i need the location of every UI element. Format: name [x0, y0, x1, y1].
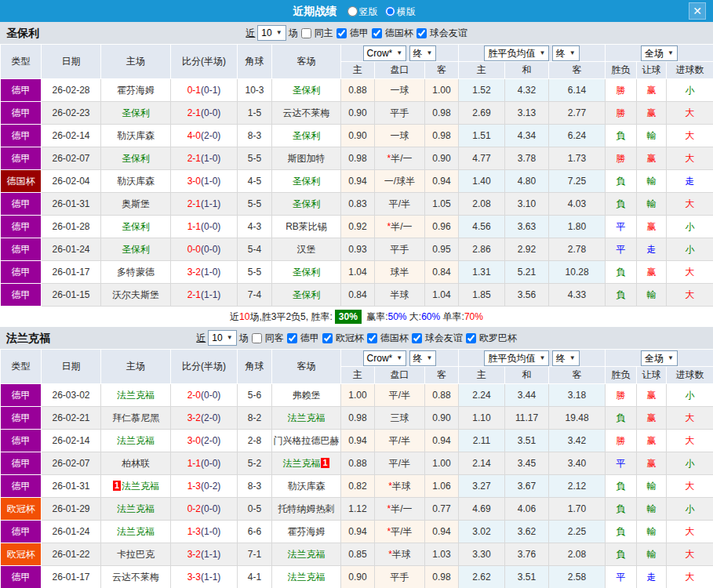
away-team: 法兰克福 [272, 566, 341, 588]
chevron-down-icon: ▼ [668, 352, 674, 365]
half-score: (0-2) [201, 481, 220, 492]
horizontal-radio[interactable] [385, 6, 395, 16]
wdl-avg-select-value: 胜平负均值 [488, 47, 535, 60]
col-ah-line: 盘口 [375, 62, 425, 79]
ah-line: *半球 [375, 543, 425, 566]
half-score: (0-0) [201, 390, 220, 401]
table-row: 德甲 26-01-31 1法兰克福 1-3(0-2) 8-3 勒沃库森 0.82… [1, 475, 713, 498]
eu-draw-odds: 3.76 [505, 543, 549, 566]
star-mark: * [388, 481, 392, 492]
away-team: 法兰克福1 [272, 452, 341, 475]
result-handicap: 輸 [637, 170, 667, 193]
star-mark: * [388, 549, 392, 560]
col-score: 比分(半场) [171, 45, 238, 79]
eu-odds-group: 胜平负均值▼ 终▼ [459, 350, 606, 367]
recent-count-select[interactable]: 10▼ [257, 25, 286, 41]
half-score: (1-0) [201, 526, 220, 537]
league-filter-checkbox[interactable] [287, 333, 297, 343]
away-team: 托特纳姆热刺 [272, 498, 341, 521]
ah-home-odds: 1.04 [341, 261, 375, 284]
home-team: 卡拉巴克 [101, 543, 171, 566]
ah-line: 平手 [375, 102, 425, 125]
col-home: 主场 [101, 45, 171, 79]
ah-home-odds: 0.82 [341, 475, 375, 498]
result-handicap: 輸 [637, 543, 667, 566]
col-goals: 进球数 [667, 367, 713, 384]
summary-text: 60% [421, 311, 440, 322]
wdl-avg-select[interactable]: 胜平负均值▼ [484, 45, 549, 61]
vertical-radio[interactable] [347, 6, 358, 16]
scope-select[interactable]: 全场▼ [641, 45, 678, 61]
eu-draw-odds: 3.51 [505, 430, 549, 452]
league-filter-label: 欧罗巴杯 [479, 332, 517, 345]
full-score: 1-1 [187, 458, 201, 469]
ah-home-odds: 0.94 [341, 430, 375, 452]
home-team: 勒沃库森 [101, 125, 171, 147]
eu-away-odds: 2.78 [549, 238, 606, 261]
league-cell: 德甲 [1, 430, 42, 452]
same-venue-checkbox[interactable] [252, 333, 262, 343]
title-wrap: 近期战绩 竖版 横版 [0, 0, 713, 23]
score-cell: 1-1(0-0) [171, 216, 238, 238]
result-handicap: 赢 [637, 261, 667, 284]
match-date: 26-01-17 [42, 566, 101, 588]
table-row: 德甲 26-02-14 法兰克福 3-0(2-0) 2-8 门兴格拉德巴赫 0.… [1, 430, 713, 452]
recent-count-select[interactable]: 10▼ [208, 330, 236, 346]
score-cell: 0-1(0-1) [171, 79, 238, 102]
corner-score: 4-5 [238, 170, 272, 193]
away-team: RB莱比锡 [272, 216, 341, 238]
table-row: 德甲 26-01-28 圣保利 1-1(0-0) 4-3 RB莱比锡 0.92 … [1, 216, 713, 238]
score-cell: 2-1(0-0) [171, 102, 238, 125]
league-filter-checkbox[interactable] [466, 333, 476, 343]
ah-final-select[interactable]: 终▼ [409, 45, 437, 61]
close-button[interactable]: ✕ [689, 2, 706, 20]
chevron-down-icon: ▼ [668, 47, 674, 60]
eu-final-select[interactable]: 终▼ [552, 45, 580, 61]
chevron-down-icon: ▼ [569, 47, 576, 60]
col-date: 日期 [42, 45, 101, 79]
ah-away-odds: 1.05 [425, 193, 459, 216]
result-handicap: 輸 [637, 475, 667, 498]
eu-home-odds: 3.30 [459, 543, 505, 566]
chevron-down-icon: ▼ [569, 352, 576, 365]
match-date: 26-02-21 [42, 407, 101, 430]
ah-final-select[interactable]: 终▼ [409, 350, 437, 366]
match-date: 26-02-07 [42, 147, 101, 170]
layout-horizontal-option[interactable]: 横版 [385, 6, 416, 17]
score-cell: 3-3(1-1) [171, 566, 238, 588]
away-team: 门兴格拉德巴赫 [272, 430, 341, 452]
wdl-avg-select[interactable]: 胜平负均值▼ [484, 350, 549, 366]
league-filter-checkbox[interactable] [322, 333, 333, 343]
league-filter-checkbox[interactable] [417, 28, 427, 38]
layout-vertical-option[interactable]: 竖版 [347, 6, 378, 17]
score-cell: 3-0(2-0) [171, 430, 238, 452]
wdl-avg-select-value: 胜平负均值 [488, 352, 535, 365]
league-filter-checkbox[interactable] [412, 333, 422, 343]
eu-odds-group: 胜平负均值▼ 终▼ [459, 45, 606, 62]
ah-away-odds: 0.90 [425, 147, 459, 170]
league-filter-checkbox[interactable] [367, 333, 377, 343]
summary-text: 大: [407, 311, 422, 322]
league-filter-label: 欧冠杯 [336, 332, 364, 345]
scope-select[interactable]: 全场▼ [641, 350, 678, 366]
company-select[interactable]: Crow*▼ [363, 350, 407, 366]
ah-line: 一球 [375, 125, 425, 147]
same-venue-checkbox[interactable] [301, 28, 311, 38]
ah-away-odds: 0.84 [425, 261, 459, 284]
result-handicap: 輸 [637, 521, 667, 543]
result-goals: 小 [667, 238, 713, 261]
score-cell: 3-0(1-0) [171, 170, 238, 193]
eu-draw-odds: 3.44 [505, 384, 549, 407]
league-cell: 德甲 [1, 261, 42, 284]
league-filter-checkbox[interactable] [372, 28, 382, 38]
result-goals: 走 [667, 170, 713, 193]
league-filter-checkbox[interactable] [336, 28, 347, 38]
team-name-text: 弗赖堡 [293, 390, 321, 401]
league-cell: 德甲 [1, 102, 42, 125]
ah-home-odds: 0.85 [341, 543, 375, 566]
ah-line: 平手 [375, 238, 425, 261]
col-result: 胜负 [606, 62, 637, 79]
company-select[interactable]: Crow*▼ [363, 45, 407, 61]
eu-final-select[interactable]: 终▼ [552, 350, 580, 366]
col-corner: 角球 [238, 350, 272, 384]
